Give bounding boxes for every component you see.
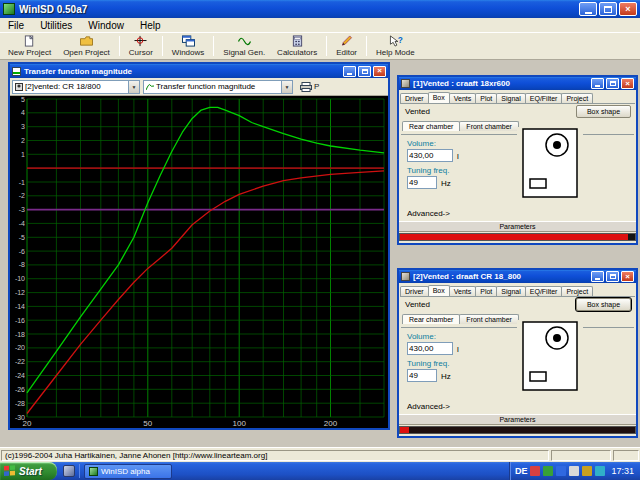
toolbar-separator xyxy=(366,36,367,56)
maximize-button[interactable] xyxy=(606,78,619,89)
close-button[interactable]: × xyxy=(621,78,634,89)
tab-project[interactable]: Project xyxy=(561,286,593,296)
progress-fill xyxy=(400,427,409,433)
tab-vents[interactable]: Vents xyxy=(449,93,477,103)
menu-utilities[interactable]: Utilities xyxy=(32,19,80,32)
start-button[interactable]: Start xyxy=(0,462,57,480)
chevron-down-icon[interactable]: ▼ xyxy=(281,81,292,93)
print-button[interactable]: P xyxy=(296,81,323,93)
tab-driver[interactable]: Driver xyxy=(400,286,429,296)
maximize-button[interactable] xyxy=(606,271,619,282)
box-shape-button[interactable]: Box shape xyxy=(576,105,631,118)
main-titlebar[interactable]: WinISD 0.50a7 × xyxy=(0,0,640,18)
project-selector-combo[interactable]: [2]vented: CR 18/800 ▼ xyxy=(12,80,140,94)
signal-gen-button[interactable]: Signal Gen. xyxy=(217,34,271,58)
printer-icon xyxy=(300,82,312,92)
tab-rear-chamber[interactable]: Rear chamber xyxy=(402,121,460,131)
plot-type-combo[interactable]: Transfer function magnitude ▼ xyxy=(143,80,293,94)
main-toolbar: New Project Open Project Cursor Windows … xyxy=(0,33,640,60)
svg-text:-14: -14 xyxy=(15,303,25,310)
tray-icon[interactable] xyxy=(543,466,553,476)
tuning-freq-input[interactable] xyxy=(407,369,437,382)
cursor-button[interactable]: Cursor xyxy=(123,34,159,58)
language-indicator[interactable]: DE xyxy=(515,466,528,476)
tab-signal[interactable]: Signal xyxy=(496,286,525,296)
tab-signal[interactable]: Signal xyxy=(496,93,525,103)
menu-window[interactable]: Window xyxy=(80,19,132,32)
tab-front-chamber[interactable]: Front chamber xyxy=(459,314,519,324)
project-icon xyxy=(15,83,23,91)
minimize-button[interactable] xyxy=(579,2,597,16)
curve-icon xyxy=(146,83,154,91)
box-type-label: Vented xyxy=(405,300,430,309)
tab-project[interactable]: Project xyxy=(561,93,593,103)
close-button[interactable]: × xyxy=(373,66,386,77)
box-shape-button[interactable]: Box shape xyxy=(576,298,631,311)
minimize-button[interactable] xyxy=(343,66,356,77)
windows-button[interactable]: Windows xyxy=(166,34,210,58)
menu-help[interactable]: Help xyxy=(132,19,169,32)
tray-icon[interactable] xyxy=(582,466,592,476)
svg-text:-22: -22 xyxy=(15,358,25,365)
main-window-title: WinISD 0.50a7 xyxy=(19,4,579,15)
svg-text:-5: -5 xyxy=(19,234,25,241)
tuning-freq-input[interactable] xyxy=(407,176,437,189)
status-panel xyxy=(551,450,611,461)
tab-driver[interactable]: Driver xyxy=(400,93,429,103)
close-button[interactable]: × xyxy=(621,271,634,282)
project-window-icon xyxy=(401,79,410,88)
parameters-header: Parameters xyxy=(399,414,636,425)
tab-vents[interactable]: Vents xyxy=(449,286,477,296)
toolbar-separator xyxy=(213,36,214,56)
open-project-button[interactable]: Open Project xyxy=(57,34,116,58)
tray-icon[interactable] xyxy=(569,466,579,476)
transfer-window-icon xyxy=(12,67,21,76)
advanced-link[interactable]: Advanced-> xyxy=(407,209,450,218)
project1-tab-strip: Driver Box Vents Plot Signal EQ/Filter P… xyxy=(400,91,635,104)
tray-icon[interactable] xyxy=(530,466,540,476)
volume-label: Volume: xyxy=(407,332,436,341)
tray-icon[interactable] xyxy=(595,466,605,476)
taskbar-task-winisd[interactable]: WinISD alpha xyxy=(84,464,172,479)
tab-rear-chamber[interactable]: Rear chamber xyxy=(402,314,460,324)
toolbar-separator xyxy=(326,36,327,56)
new-project-button[interactable]: New Project xyxy=(2,34,57,58)
chevron-down-icon[interactable]: ▼ xyxy=(128,81,139,93)
svg-text:-2: -2 xyxy=(19,192,25,199)
svg-text:-18: -18 xyxy=(15,331,25,338)
tab-eq-filter[interactable]: EQ/Filter xyxy=(525,286,563,296)
maximize-button[interactable] xyxy=(599,2,617,16)
volume-input[interactable] xyxy=(407,342,453,355)
svg-text:-26: -26 xyxy=(15,386,25,393)
volume-input[interactable] xyxy=(407,149,453,162)
svg-text:-24: -24 xyxy=(15,372,25,379)
minimize-button[interactable] xyxy=(591,78,604,89)
tab-plot[interactable]: Plot xyxy=(475,93,497,103)
svg-text:100: 100 xyxy=(233,419,247,428)
tab-plot[interactable]: Plot xyxy=(475,286,497,296)
project1-titlebar[interactable]: [1]Vented : craaft 18xr600 × xyxy=(399,77,636,90)
minimize-button[interactable] xyxy=(591,271,604,282)
tab-box[interactable]: Box xyxy=(428,92,450,103)
project-window-1: [1]Vented : craaft 18xr600 × Driver Box … xyxy=(397,75,638,245)
help-mode-button[interactable]: ? Help Mode xyxy=(370,34,421,58)
calculators-button[interactable]: Calculators xyxy=(271,34,323,58)
project2-titlebar[interactable]: [2]Vented : draaft CR 18_800 × xyxy=(399,270,636,283)
svg-text:200: 200 xyxy=(324,419,338,428)
toolbar-separator xyxy=(162,36,163,56)
close-button[interactable]: × xyxy=(619,2,637,16)
advanced-link[interactable]: Advanced-> xyxy=(407,402,450,411)
tab-front-chamber[interactable]: Front chamber xyxy=(459,121,519,131)
tab-box[interactable]: Box xyxy=(428,285,450,296)
tray-icon[interactable] xyxy=(556,466,566,476)
svg-text:-1: -1 xyxy=(19,179,25,186)
transfer-magnitude-plot[interactable]: 205010020054321-1-2-3-4-5-6-8-10-12-14-1… xyxy=(10,96,388,428)
desktop: WinISD 0.50a7 × File Utilities Window He… xyxy=(0,0,640,480)
tab-eq-filter[interactable]: EQ/Filter xyxy=(525,93,563,103)
transfer-window-titlebar[interactable]: Transfer function magnitude × xyxy=(10,64,388,78)
quick-launch-icon[interactable] xyxy=(63,465,75,477)
editor-button[interactable]: Editor xyxy=(330,34,363,58)
menu-file[interactable]: File xyxy=(0,19,32,32)
status-bar: (c)1996-2004 Juha Hartikainen, Janne Aho… xyxy=(0,447,640,462)
maximize-button[interactable] xyxy=(358,66,371,77)
